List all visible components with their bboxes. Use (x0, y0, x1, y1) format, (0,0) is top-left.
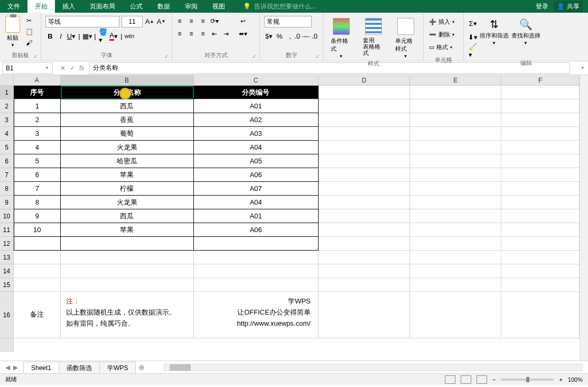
sheet-tab-2[interactable]: 学WPS (99, 362, 136, 373)
row-header-4[interactable]: 4 (0, 127, 13, 141)
copy-button[interactable]: 📋 (24, 27, 34, 36)
cell-code[interactable]: A02 (194, 113, 319, 127)
add-sheet-button[interactable]: ⊕ (135, 363, 148, 372)
tab-data[interactable]: 数据 (150, 0, 178, 13)
cell-style-button[interactable]: 单元格样式▼ (395, 16, 416, 59)
cell[interactable] (319, 292, 410, 338)
col-header-D[interactable]: D (319, 75, 410, 85)
cell-seq[interactable]: 10 (14, 223, 61, 237)
row-header-6[interactable]: 6 (0, 154, 13, 168)
table-format-button[interactable]: 套用 表格格式 (363, 16, 384, 56)
sort-filter-button[interactable]: ⇅ 排序和筛选▼ (479, 16, 509, 45)
cell[interactable] (319, 127, 410, 141)
horizontal-scrollbar[interactable] (164, 364, 583, 371)
cell[interactable] (501, 127, 580, 141)
cell-name[interactable]: 火龙果 (61, 141, 194, 154)
cell-name[interactable]: 西瓜 (61, 99, 194, 113)
sheet-tab-0[interactable]: Sheet1 (23, 362, 59, 373)
tab-formula[interactable]: 公式 (123, 0, 150, 13)
zoom-out-button[interactable]: − (492, 376, 496, 383)
cell[interactable] (501, 196, 580, 209)
prev-sheet-icon[interactable]: ◀ (5, 364, 10, 371)
select-all-corner[interactable] (0, 75, 14, 86)
cell[interactable] (410, 168, 501, 182)
zoom-thumb[interactable] (526, 377, 529, 382)
cell[interactable] (501, 209, 580, 223)
wrap-text-button[interactable]: ↩ (236, 16, 250, 26)
enter-formula-button[interactable]: ✓ (70, 64, 75, 72)
row-header-1[interactable]: 1 (0, 86, 13, 99)
cell[interactable] (319, 182, 410, 196)
cell-name[interactable]: 苹果 (61, 223, 194, 237)
cell-code[interactable]: A06 (194, 223, 319, 237)
cell[interactable] (319, 223, 410, 237)
italic-button[interactable]: I (56, 31, 66, 41)
header-seq[interactable]: 序号 (14, 86, 61, 99)
percent-button[interactable]: % (275, 31, 284, 41)
cell[interactable] (410, 237, 501, 251)
cell[interactable] (501, 182, 580, 196)
cell-name[interactable]: 葡萄 (61, 127, 194, 141)
launcher-icon[interactable]: ⤢ (315, 54, 320, 59)
format-painter-button[interactable]: 🖌 (24, 38, 34, 48)
cell[interactable] (501, 264, 580, 278)
cell-name[interactable]: 香蕉 (61, 113, 194, 127)
cell-seq[interactable]: 8 (14, 196, 61, 209)
footer-memo[interactable]: 备注 (14, 292, 61, 338)
cell[interactable] (410, 209, 501, 223)
cell-seq[interactable]: 1 (14, 99, 61, 113)
phonetic-button[interactable]: wén (125, 31, 134, 41)
cell-code[interactable]: A05 (194, 154, 319, 168)
vertical-scrollbar[interactable] (580, 75, 588, 361)
cell[interactable] (61, 264, 194, 278)
login-link[interactable]: 登录 (536, 2, 548, 11)
cell[interactable] (501, 113, 580, 127)
tab-home[interactable]: 开始 (27, 0, 55, 13)
row-header-14[interactable]: 14 (0, 264, 13, 278)
cell[interactable] (410, 292, 501, 338)
indent-left-button[interactable]: ⇤ (209, 29, 220, 39)
format-cells-button[interactable]: ▭格式▾ (427, 41, 454, 53)
increase-decimal-button[interactable]: .0→ (296, 31, 305, 41)
col-header-B[interactable]: B (61, 75, 194, 85)
cell-seq[interactable]: 5 (14, 154, 61, 168)
border-button[interactable]: ▦▾ (82, 31, 92, 41)
cell[interactable] (319, 86, 410, 99)
decrease-decimal-button[interactable]: ←.0 (306, 31, 316, 41)
cell[interactable] (501, 278, 580, 292)
clear-button[interactable]: 🧹▾ (468, 45, 478, 56)
cell[interactable] (501, 141, 580, 154)
cell[interactable] (410, 264, 501, 278)
cell[interactable] (501, 86, 580, 99)
cell[interactable] (410, 86, 501, 99)
cell-seq[interactable]: 2 (14, 113, 61, 127)
cell[interactable] (14, 251, 61, 264)
tab-insert[interactable]: 插入 (55, 0, 82, 13)
col-header-E[interactable]: E (410, 75, 501, 85)
conditional-format-button[interactable]: 条件格式▼ (331, 16, 352, 59)
align-center-button[interactable]: ≡ (186, 29, 197, 39)
cut-button[interactable]: ✂ (24, 16, 34, 25)
tab-view[interactable]: 视图 (205, 0, 232, 13)
header-name[interactable]: 分类名称 (61, 86, 194, 99)
cell[interactable] (319, 196, 410, 209)
cell[interactable] (501, 168, 580, 182)
cell[interactable] (410, 196, 501, 209)
cell[interactable] (410, 251, 501, 264)
align-left-button[interactable]: ≡ (174, 29, 185, 39)
align-bottom-button[interactable]: ≡ (198, 16, 208, 26)
normal-view-button[interactable] (445, 375, 455, 384)
cells[interactable]: 序号分类名称分类编号1西瓜A012香蕉A023葡萄A034火龙果A045哈密瓜A… (14, 86, 580, 352)
cell[interactable] (319, 209, 410, 223)
cell[interactable] (410, 99, 501, 113)
launcher-icon[interactable]: ⤢ (164, 54, 169, 59)
cell[interactable] (319, 251, 410, 264)
fx-button[interactable]: fx (79, 64, 84, 72)
row-header-8[interactable]: 8 (0, 182, 13, 196)
cell[interactable] (14, 237, 61, 251)
align-middle-button[interactable]: ≡ (186, 16, 197, 26)
font-size-select[interactable] (122, 16, 143, 27)
tab-review[interactable]: 审阅 (178, 0, 205, 13)
row-header-3[interactable]: 3 (0, 113, 13, 127)
cell[interactable] (501, 251, 580, 264)
